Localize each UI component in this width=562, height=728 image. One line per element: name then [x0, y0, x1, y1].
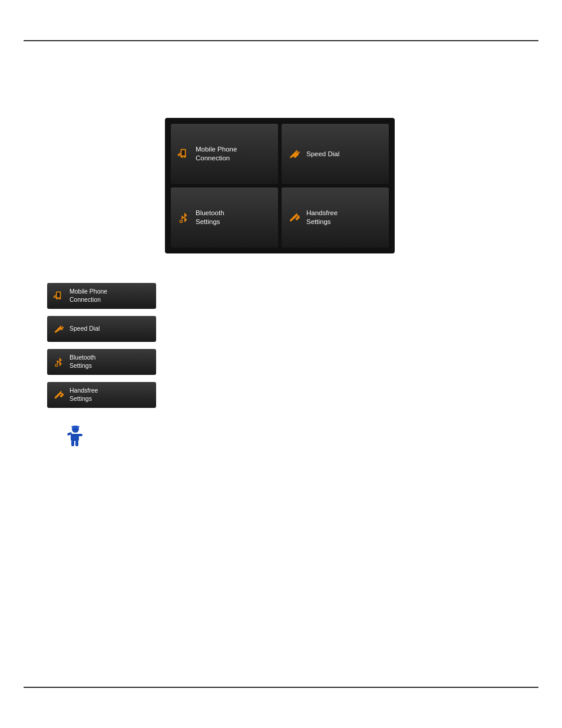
mobile-phone-connection-button[interactable]: Mobile PhoneConnection	[171, 124, 278, 184]
speed-dial-button[interactable]: Speed Dial	[282, 124, 389, 184]
small-phone-connection-icon	[53, 290, 65, 302]
bluetooth-icon	[177, 210, 191, 225]
small-speed-dial-icon	[53, 323, 65, 335]
svg-rect-3	[178, 154, 179, 156]
note-figure-icon	[65, 424, 88, 454]
svg-point-15	[56, 365, 58, 367]
svg-rect-1	[181, 150, 185, 156]
small-bluetooth-button[interactable]: BluetoothSettings	[47, 349, 156, 375]
bluetooth-settings-button[interactable]: BluetoothSettings	[171, 187, 278, 248]
small-mobile-phone-button[interactable]: Mobile PhoneConnection	[47, 283, 156, 309]
svg-rect-12	[54, 296, 55, 298]
svg-rect-21	[71, 440, 74, 446]
phone-connection-icon	[177, 147, 191, 161]
small-speed-dial-label: Speed Dial	[70, 325, 100, 333]
main-menu-panel: Mobile PhoneConnection Speed Dial Blueto…	[165, 118, 395, 253]
top-divider	[24, 40, 538, 41]
bluetooth-settings-label: BluetoothSettings	[196, 209, 224, 226]
small-bluetooth-label: BluetoothSettings	[70, 354, 95, 370]
speed-dial-icon	[287, 147, 302, 161]
svg-rect-4	[179, 153, 180, 156]
mobile-phone-label: Mobile PhoneConnection	[196, 145, 237, 163]
small-handsfree-icon	[53, 389, 65, 401]
handsfree-settings-label: HandsfreeSettings	[306, 209, 338, 226]
speed-dial-label: Speed Dial	[306, 150, 339, 159]
bottom-divider	[24, 687, 538, 688]
svg-point-7	[180, 220, 182, 222]
small-handsfree-label: HandsfreeSettings	[70, 387, 98, 403]
small-handsfree-button[interactable]: HandsfreeSettings	[47, 382, 156, 408]
svg-rect-20	[78, 434, 82, 436]
svg-rect-11	[58, 299, 59, 299]
svg-point-23	[71, 426, 80, 428]
small-speed-dial-button[interactable]: Speed Dial	[47, 316, 156, 342]
svg-rect-2	[183, 157, 184, 157]
svg-rect-13	[55, 295, 56, 298]
svg-rect-22	[75, 440, 78, 446]
svg-rect-18	[71, 434, 79, 441]
handsfree-settings-button[interactable]: HandsfreeSettings	[282, 187, 389, 248]
small-buttons-section: Mobile PhoneConnection Speed Dial Blueto…	[47, 283, 156, 408]
small-mobile-phone-label: Mobile PhoneConnection	[70, 288, 107, 304]
small-bluetooth-icon	[53, 356, 65, 368]
handsfree-icon	[287, 210, 302, 225]
svg-rect-10	[57, 292, 60, 297]
info-icon-section	[65, 424, 88, 456]
